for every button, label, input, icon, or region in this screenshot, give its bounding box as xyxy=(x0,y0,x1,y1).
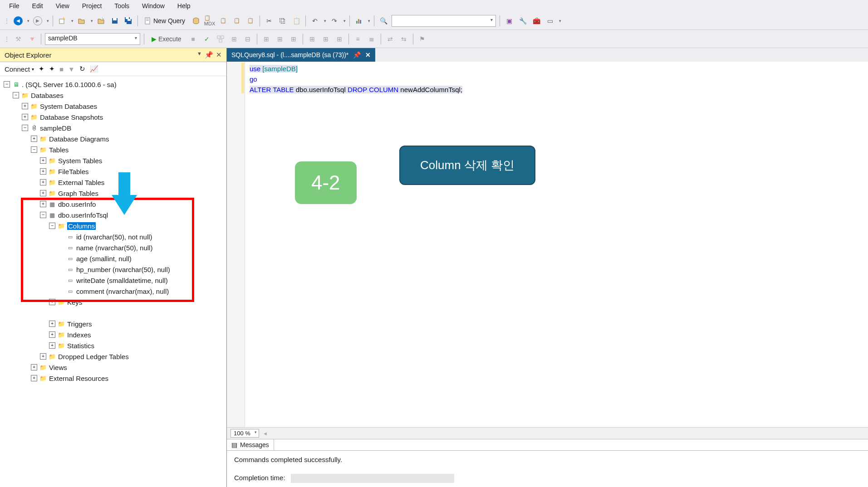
zoom-selector[interactable]: 100 % xyxy=(230,429,259,438)
tree-triggers[interactable]: + 📁 Triggers xyxy=(2,318,225,329)
check-icon[interactable]: ✓ xyxy=(201,34,212,44)
filter-icon[interactable]: 🔻 xyxy=(26,34,37,44)
dmx-icon[interactable]: 📋 xyxy=(218,15,229,26)
indent-icon-2[interactable]: ≣ xyxy=(366,34,377,44)
tree-col-hp[interactable]: ▭ hp_number (nvarchar(50), null) xyxy=(2,264,225,275)
purple-icon[interactable]: ▣ xyxy=(504,15,515,26)
result-icon-1[interactable]: ⊞ xyxy=(261,34,272,44)
hammer-icon[interactable]: ⚒ xyxy=(13,34,24,44)
indent-icon-3[interactable]: ⇄ xyxy=(385,34,396,44)
menu-window[interactable]: Window xyxy=(137,1,170,11)
dax-icon[interactable]: 📋 xyxy=(245,15,256,26)
result-icon-2[interactable]: ⊞ xyxy=(275,34,285,44)
new-query-button[interactable]: New Query xyxy=(142,16,188,25)
play-icon: ▶ xyxy=(152,35,157,43)
messages-tab[interactable]: ▤ Messages xyxy=(227,439,274,450)
bookmark-icon[interactable]: ⚑ xyxy=(417,34,428,44)
menu-file[interactable]: File xyxy=(4,1,25,11)
tree-statistics[interactable]: + 📁 Statistics xyxy=(2,340,225,351)
open-button[interactable] xyxy=(76,15,87,26)
tree-col-age[interactable]: ▭ age (smallint, null) xyxy=(2,253,225,264)
folder-icon: 📁 xyxy=(39,363,47,371)
indent-icon-4[interactable]: ⇆ xyxy=(398,34,409,44)
save-all-button[interactable] xyxy=(123,15,134,26)
tree-databases[interactable]: − 📁 Databases xyxy=(2,90,225,101)
db-query-icon[interactable] xyxy=(191,15,201,26)
tree-tables[interactable]: − 📁 Tables xyxy=(2,144,225,155)
plan-icon-2[interactable]: ⊞ xyxy=(229,34,240,44)
connect-button[interactable]: Connect ▾ xyxy=(5,65,34,73)
mdx-icon[interactable]: 📋MDX xyxy=(204,15,215,26)
search-combo[interactable] xyxy=(392,15,496,27)
stop-icon[interactable]: ■ xyxy=(188,34,199,44)
tab-close-icon[interactable]: ✕ xyxy=(365,51,371,58)
svg-rect-15 xyxy=(221,36,224,39)
plan-icon-3[interactable]: ⊟ xyxy=(242,34,253,44)
undo-icon[interactable]: ↶ xyxy=(309,15,320,26)
tree-col-id[interactable]: ▭ id (nvarchar(50), not null) xyxy=(2,231,225,242)
completion-time-row: Completion time: xyxy=(234,472,861,483)
tree-sampledb[interactable]: − 🛢 sampleDB xyxy=(2,122,225,133)
tree-system-tables[interactable]: + 📁 System Tables xyxy=(2,155,225,166)
menu-edit[interactable]: Edit xyxy=(27,1,49,11)
nav-forward-button[interactable]: ► xyxy=(32,15,43,26)
tab-sqlquery8[interactable]: SQLQuery8.sql - (l....sampleDB (sa (73))… xyxy=(227,48,375,62)
result-icon-5[interactable]: ⊞ xyxy=(320,34,331,44)
result-icon-4[interactable]: ⊞ xyxy=(307,34,318,44)
save-button[interactable] xyxy=(109,15,120,26)
chart-icon[interactable] xyxy=(353,15,364,26)
search-input[interactable] xyxy=(395,17,486,24)
close-icon[interactable]: ✕ xyxy=(216,51,222,59)
wrench-icon[interactable]: 🔧 xyxy=(517,15,528,26)
editor-tabs: SQLQuery8.sql - (l....sampleDB (sa (73))… xyxy=(227,48,868,62)
tree-indexes[interactable]: + 📁 Indexes xyxy=(2,329,225,340)
find-icon[interactable]: 🔍 xyxy=(378,15,389,26)
tab-pin-icon[interactable]: 📌 xyxy=(353,51,361,58)
dropdown-icon[interactable]: ▼ xyxy=(197,51,202,59)
xmla-icon[interactable]: 📋 xyxy=(231,15,242,26)
tree-database-snapshots[interactable]: + 📁 Database Snapshots xyxy=(2,112,225,122)
copy-icon[interactable]: ⿻ xyxy=(277,15,288,26)
toolbox-icon[interactable]: 🧰 xyxy=(531,15,542,26)
tree-col-name[interactable]: ▭ name (nvarchar(50), null) xyxy=(2,242,225,253)
tree-col-comment[interactable]: ▭ comment (nvarchar(max), null) xyxy=(2,286,225,297)
indent-icon-1[interactable]: ≡ xyxy=(353,34,363,44)
database-selector[interactable]: sampleDB xyxy=(45,33,140,45)
tree-system-databases[interactable]: + 📁 System Databases xyxy=(2,101,225,112)
tree-external-resources[interactable]: + 📁 External Resources xyxy=(2,373,225,384)
paste-icon[interactable]: 📋 xyxy=(291,15,302,26)
menu-help[interactable]: Help xyxy=(172,1,196,11)
tree-keys[interactable]: + 📁 Keys xyxy=(2,297,225,307)
new-item-button[interactable] xyxy=(57,15,68,26)
pin-icon[interactable]: 📌 xyxy=(205,51,213,59)
layout-icon[interactable]: ▭ xyxy=(544,15,555,26)
result-icon-3[interactable]: ⊞ xyxy=(288,34,299,44)
svg-rect-4 xyxy=(126,17,129,19)
main-area: Object Explorer ▼ 📌 ✕ Connect ▾ ✦ ✦ ■ ▼ … xyxy=(0,48,868,487)
disconnect-icon[interactable]: ✦ xyxy=(49,65,55,73)
connect-icon-1[interactable]: ✦ xyxy=(39,65,44,73)
filter-tree-icon[interactable]: ▼ xyxy=(68,65,75,73)
tree-server[interactable]: − 🖥 . (SQL Server 16.0.1000.6 - sa) xyxy=(2,79,225,90)
svg-rect-17 xyxy=(118,172,130,195)
result-icon-6[interactable]: ⊞ xyxy=(334,34,345,44)
execute-label: Execute xyxy=(158,35,181,43)
plan-icon-1[interactable] xyxy=(215,34,226,44)
redo-icon[interactable]: ↷ xyxy=(329,15,340,26)
activity-icon[interactable]: 📈 xyxy=(90,65,98,73)
tree-database-diagrams[interactable]: + 📁 Database Diagrams xyxy=(2,133,225,144)
tree-dropped-ledger[interactable]: + 📁 Dropped Ledger Tables xyxy=(2,351,225,362)
stop-small-icon[interactable]: ■ xyxy=(59,65,64,73)
menu-view[interactable]: View xyxy=(50,1,75,11)
menu-project[interactable]: Project xyxy=(77,1,108,11)
cut-icon[interactable]: ✂ xyxy=(264,15,275,26)
execute-button[interactable]: ▶ Execute xyxy=(148,34,185,44)
refresh-icon[interactable]: ↻ xyxy=(79,65,85,73)
tree-views[interactable]: + 📁 Views xyxy=(2,362,225,373)
tree-columns[interactable]: − 📁 Columns xyxy=(2,220,225,231)
tree-col-writedate[interactable]: ▭ writeDate (smalldatetime, null) xyxy=(2,275,225,286)
nav-back-button[interactable]: ◄ xyxy=(13,15,24,26)
menu-tools[interactable]: Tools xyxy=(109,1,135,11)
code-editor[interactable]: use [sampleDB] go ALTER TABLE dbo.userIn… xyxy=(227,62,868,427)
open-file-button[interactable] xyxy=(96,15,107,26)
